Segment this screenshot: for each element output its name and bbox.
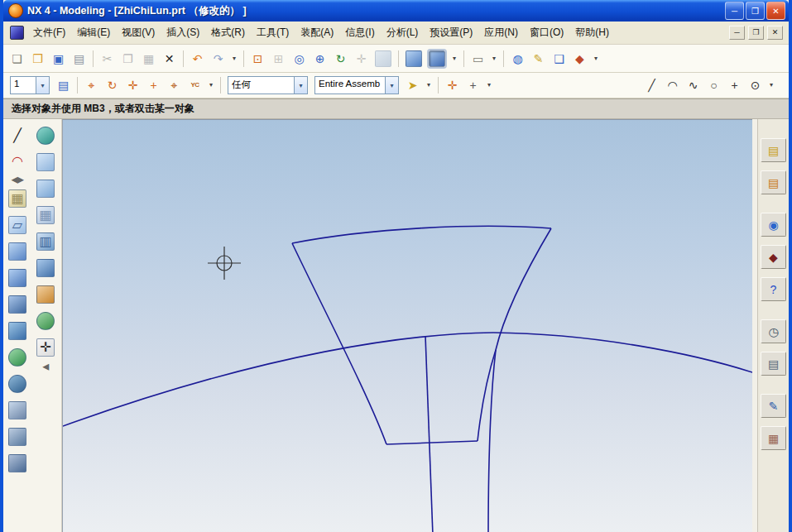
zoom-in-out-button[interactable]: ⊕ [310,49,329,68]
wcs-yc-button[interactable]: YC [185,76,204,95]
selection-scope-combo[interactable]: Entire Assemb ▾ [314,76,399,94]
training-button[interactable]: ◆ [761,245,786,269]
shaded-view-button[interactable] [406,50,422,67]
menu-item[interactable]: 编辑(E) [71,23,116,42]
print-button[interactable]: ▤ [70,49,89,68]
unite-button[interactable] [8,348,26,367]
mdi-restore-button[interactable]: ❐ [748,26,764,40]
curve-dropdown[interactable]: ▾ [766,76,776,95]
book-button[interactable]: ▥ [36,232,55,251]
history-button[interactable]: ◷ [761,319,786,343]
circle-curve-button[interactable]: ○ [704,76,723,95]
shaded-edges-view-button[interactable] [429,50,445,67]
restore-button[interactable]: ❐ [746,2,765,20]
menu-item[interactable]: 窗口(O) [524,23,569,42]
snap-dropdown[interactable]: ▾ [484,76,494,95]
annotation-button[interactable]: ✎ [529,49,548,68]
wcs-rotate-button[interactable]: ↻ [103,76,122,95]
box-button[interactable] [36,285,55,304]
point-curve-button[interactable]: + [725,76,744,95]
measure-dropdown[interactable]: ▾ [489,49,499,68]
layer-combo-arrow[interactable]: ▾ [36,77,49,93]
close-button[interactable]: ✕ [766,2,785,20]
snap-point-button[interactable]: ✛ [443,76,462,95]
subtract-button[interactable] [8,375,26,393]
arc-tool-button[interactable]: ◠ [7,151,28,171]
fit-view-button[interactable]: ⊡ [248,49,267,68]
information-button[interactable]: ▤ [761,352,786,376]
part-navigator-button[interactable]: ▤ [761,170,786,194]
toolbar-collapse-arrow[interactable]: ◂ [35,362,56,371]
assembly-navigator-button[interactable]: ▤ [761,138,786,162]
delete-button[interactable]: ✕ [160,49,179,68]
menu-item[interactable]: 文件(F) [27,23,71,42]
layer-combo[interactable]: 1 ▾ [10,76,50,94]
selection-intent-dropdown[interactable]: ▾ [424,76,434,95]
cut-button[interactable]: ✂ [98,49,117,68]
menu-item[interactable]: 视图(V) [116,23,161,42]
datum-csys-button[interactable] [36,127,55,145]
display-mode-dropdown[interactable]: ▾ [449,49,459,68]
internet-button[interactable]: ◉ [761,213,786,237]
annotation-pen-button[interactable]: ✎ [761,394,786,418]
pan-view-button[interactable]: ✛ [352,49,371,68]
selection-scope-arrow[interactable]: ▾ [385,77,398,93]
menu-item[interactable]: 分析(L) [381,23,425,42]
curve-inner-right-flank[interactable] [478,350,496,441]
layers-button[interactable]: ❑ [550,49,569,68]
wcs-orient-button[interactable]: ⌖ [165,76,184,95]
menu-item[interactable]: 帮助(H) [569,23,615,42]
zoom-box-button[interactable]: ⊞ [269,49,288,68]
toolbar-collapse-arrows[interactable]: ◂▸ [7,175,28,185]
wcs-dropdown[interactable]: ▾ [206,76,216,95]
curve-root-arc[interactable] [63,333,752,426]
selection-intent-button[interactable]: ➤ [403,76,422,95]
paste-button[interactable]: ▦ [139,49,158,68]
help-button[interactable]: ? [761,277,786,301]
menu-item[interactable]: 信息(I) [339,23,380,42]
wcs-display-button[interactable]: + [144,76,163,95]
new-button[interactable]: ❏ [7,49,26,68]
selection-filter-combo[interactable]: 任何 ▾ [228,76,308,94]
sheet-body-button[interactable] [36,153,55,171]
line-tool-button[interactable]: ╱ [7,125,28,146]
hole-button[interactable] [8,401,26,419]
surface-button[interactable] [36,180,55,198]
point-button[interactable]: ✛ [36,338,55,357]
toolbar-options-dropdown[interactable]: ▾ [229,49,239,68]
zoom-button[interactable]: ◎ [290,49,309,68]
line-curve-button[interactable]: ╱ [642,76,661,95]
sphere-button[interactable] [36,312,55,330]
mdi-minimize-button[interactable]: ─ [729,26,745,40]
block-button[interactable] [8,295,26,314]
revolve-button[interactable] [8,269,26,287]
undo-button[interactable]: ↶ [188,49,207,68]
curve-right-flank[interactable] [488,228,551,532]
selection-filter-arrow[interactable]: ▾ [294,77,307,93]
datum-plane-button[interactable]: ▱ [8,216,26,234]
mdi-close-button[interactable]: ✕ [767,26,783,40]
perspective-button[interactable] [375,50,391,67]
curve-tooth-top[interactable] [292,226,551,243]
materials-button[interactable]: ▦ [761,426,786,450]
menu-item[interactable]: 工具(T) [251,23,295,42]
sketch-button[interactable]: ▦ [8,189,26,208]
thread-button[interactable] [8,454,26,472]
layer-visibility-button[interactable]: ▤ [54,76,73,95]
menu-item[interactable]: 插入(S) [161,23,205,42]
curve-center-line[interactable] [425,336,433,532]
globe-search-button[interactable]: ◍ [508,49,527,68]
minimize-button[interactable]: ─ [725,2,744,20]
cylinder-button[interactable] [8,322,26,340]
palette-button[interactable]: ◆ [570,49,589,68]
graphics-window[interactable] [62,119,752,532]
copy-button[interactable]: ❐ [118,49,137,68]
open-button[interactable]: ❒ [28,49,47,68]
save-button[interactable]: ▣ [49,49,68,68]
arc-curve-button[interactable]: ◠ [663,76,682,95]
extrude-button[interactable] [8,242,26,261]
rotate-view-button[interactable]: ↻ [331,49,350,68]
menu-item[interactable]: 预设置(P) [424,23,478,42]
plane-grid-button[interactable]: ▦ [36,206,55,224]
view-toolbar-dropdown[interactable]: ▾ [591,49,601,68]
